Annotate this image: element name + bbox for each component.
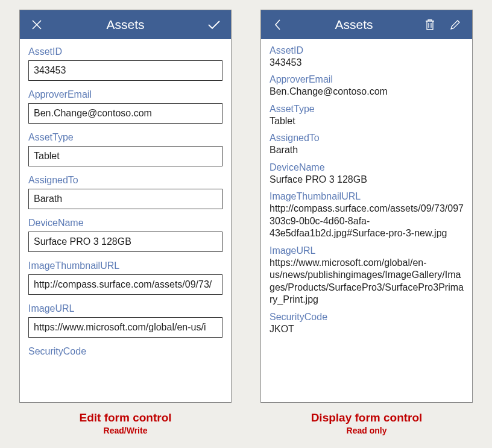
edit-button[interactable] <box>446 15 465 34</box>
dfield-assetid: AssetID 343453 <box>270 45 464 69</box>
dfield-assettype: AssetType Tablet <box>270 104 464 127</box>
imagethumbnailurl-input[interactable] <box>28 274 222 295</box>
field-label: AssetID <box>28 46 222 57</box>
caption-edit: Edit form control Read/Write <box>19 411 232 435</box>
display-form-phone: Assets AssetID 343453 ApproverEmail Ben.… <box>260 10 473 403</box>
close-icon <box>31 19 43 31</box>
field-label: ApproverEmail <box>270 74 464 85</box>
edit-form-body: AssetID ApproverEmail AssetType Assigned… <box>20 39 231 402</box>
field-assettype: AssetType <box>28 132 222 166</box>
devicename-input[interactable] <box>28 232 222 252</box>
field-approveremail: ApproverEmail <box>28 89 222 124</box>
page-title: Assets <box>46 17 204 32</box>
field-value: 343453 <box>270 57 464 69</box>
field-label: AssignedTo <box>28 175 222 186</box>
caption-title: Edit form control <box>19 411 232 424</box>
trash-icon <box>424 19 435 31</box>
chevron-left-icon <box>273 19 283 31</box>
caption-subtitle: Read only <box>260 426 473 435</box>
field-assetid: AssetID <box>28 46 222 81</box>
field-value: Surface PRO 3 128GB <box>270 174 464 186</box>
approveremail-input[interactable] <box>28 103 222 124</box>
dfield-assignedto: AssignedTo Barath <box>270 133 464 156</box>
dfield-imagethumbnailurl: ImageThumbnailURL http://compass.surface… <box>270 191 464 239</box>
edit-header: Assets <box>20 10 231 39</box>
field-devicename: DeviceName <box>28 218 222 252</box>
field-value: http://compass.surface.com/assets/09/73/… <box>270 203 464 239</box>
dfield-devicename: DeviceName Surface PRO 3 128GB <box>270 162 464 186</box>
field-securitycode: SecurityCode <box>28 346 222 357</box>
field-label: SecurityCode <box>270 312 464 323</box>
field-label: DeviceName <box>270 162 464 173</box>
delete-button[interactable] <box>420 15 440 34</box>
caption-subtitle: Read/Write <box>19 426 232 435</box>
field-imageurl: ImageURL <box>28 303 222 338</box>
field-label: AssetType <box>270 104 464 115</box>
caption-title: Display form control <box>260 411 473 424</box>
field-label: ApproverEmail <box>28 89 222 100</box>
dfield-approveremail: ApproverEmail Ben.Change@contoso.com <box>270 74 464 98</box>
field-label: ImageThumbnailURL <box>270 191 464 202</box>
field-value: Barath <box>270 144 464 156</box>
field-assignedto: AssignedTo <box>28 175 222 209</box>
dfield-securitycode: SecurityCode JKOT <box>270 312 464 335</box>
field-label: AssignedTo <box>270 133 464 144</box>
checkmark-icon <box>207 19 221 31</box>
field-label: AssetType <box>28 132 222 143</box>
field-label: AssetID <box>270 45 464 56</box>
display-header: Assets <box>261 10 472 39</box>
display-form-body: AssetID 343453 ApproverEmail Ben.Change@… <box>261 39 472 402</box>
field-value: JKOT <box>270 323 464 335</box>
field-label: ImageURL <box>270 245 464 256</box>
submit-button[interactable] <box>204 15 224 34</box>
dfield-imageurl: ImageURL https://www.microsoft.com/globa… <box>270 245 464 306</box>
back-button[interactable] <box>268 15 288 34</box>
cancel-button[interactable] <box>27 15 46 34</box>
field-label: DeviceName <box>28 218 222 229</box>
edit-form-phone: Assets AssetID ApproverEmail AssetType A… <box>19 10 232 403</box>
pencil-icon <box>450 19 461 30</box>
assettype-input[interactable] <box>28 146 222 166</box>
field-value: Ben.Change@contoso.com <box>270 86 464 98</box>
field-value: https://www.microsoft.com/global/en-us/n… <box>270 257 464 306</box>
assignedto-input[interactable] <box>28 189 222 209</box>
field-label: ImageThumbnailURL <box>28 260 222 271</box>
field-imagethumbnailurl: ImageThumbnailURL <box>28 260 222 295</box>
field-value: Tablet <box>270 115 464 127</box>
field-label: ImageURL <box>28 303 222 314</box>
page-title: Assets <box>288 17 420 32</box>
caption-display: Display form control Read only <box>260 411 473 435</box>
assetid-input[interactable] <box>28 60 222 81</box>
field-label: SecurityCode <box>28 346 222 357</box>
imageurl-input[interactable] <box>28 317 222 338</box>
